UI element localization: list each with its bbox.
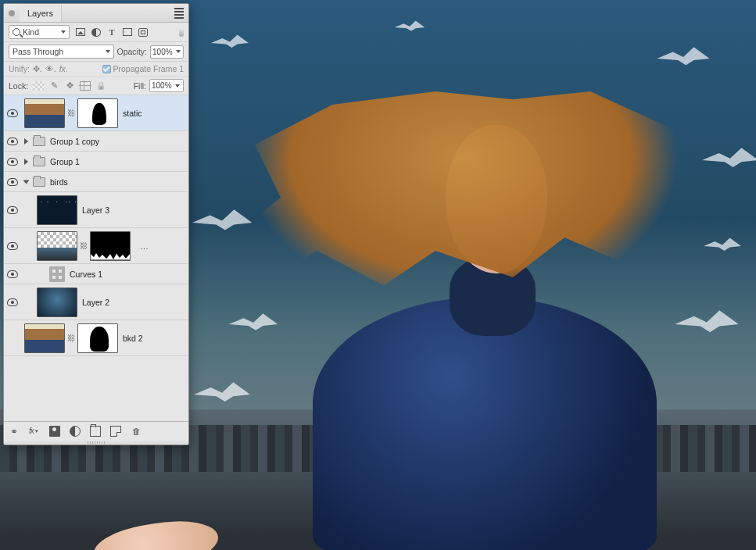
add-mask-icon[interactable] [49, 426, 60, 437]
unify-row: Unify: ✥. 👁. fx. Propagate Frame 1 [4, 62, 188, 77]
visibility-toggle[interactable] [4, 109, 21, 117]
eye-icon [7, 109, 18, 117]
panel-menu-icon[interactable] [174, 8, 184, 19]
unify-position-icon[interactable]: ✥. [33, 64, 42, 73]
filter-kind-select[interactable]: Kind [9, 25, 70, 39]
filter-adjustment-icon[interactable] [91, 28, 101, 37]
chevron-down-icon [176, 50, 181, 53]
filter-type-icon[interactable]: T [107, 28, 116, 37]
layer-thumbnail[interactable] [37, 231, 77, 261]
panel-resize-grip[interactable] [4, 440, 188, 445]
search-icon [13, 28, 20, 36]
layer-row[interactable]: ⛓… [4, 228, 188, 264]
filter-row: Kind T [4, 23, 188, 42]
mask-thumbnail[interactable] [90, 231, 131, 261]
unify-style-icon[interactable]: fx. [59, 64, 68, 73]
layer-row[interactable]: ⛓bkd 2 [4, 320, 188, 356]
lock-position-icon[interactable] [64, 81, 75, 91]
layer-list[interactable]: ⛓staticGroup 1 copyGroup 1birdsLayer 3⛓…… [4, 95, 188, 421]
new-adjustment-icon[interactable] [70, 426, 81, 437]
layer-thumbnail[interactable] [37, 195, 77, 225]
mask-thumbnail[interactable] [77, 98, 118, 128]
layer-name[interactable]: static [123, 109, 142, 118]
blend-mode-select[interactable]: Pass Through [9, 45, 114, 59]
adjustment-thumbnail [49, 266, 65, 282]
mask-link-icon[interactable]: ⛓ [81, 240, 87, 252]
layer-name[interactable]: birds [50, 177, 68, 187]
filter-shape-icon[interactable] [123, 28, 132, 37]
lock-row: Lock: Fill: 100% [4, 77, 188, 95]
eye-icon [7, 138, 18, 145]
chevron-down-icon [61, 30, 66, 34]
panel-header: Layers [4, 4, 188, 23]
visibility-toggle[interactable] [4, 178, 21, 186]
layer-thumbnail[interactable] [24, 98, 65, 128]
link-layers-icon[interactable] [9, 426, 20, 437]
fill-input[interactable]: 100% [149, 79, 184, 92]
visibility-toggle[interactable] [4, 138, 21, 145]
visibility-toggle[interactable] [4, 270, 21, 278]
layer-row[interactable]: birds [4, 172, 188, 192]
eye-icon [7, 206, 18, 214]
propagate-checkbox[interactable] [102, 65, 111, 73]
delete-layer-icon[interactable] [131, 426, 142, 437]
layer-row[interactable]: Layer 2 [4, 284, 188, 320]
close-icon[interactable] [9, 10, 15, 16]
filter-toggle-icon[interactable] [179, 27, 184, 37]
opacity-input[interactable]: 100% [150, 45, 184, 59]
filter-smart-icon[interactable] [138, 28, 148, 37]
filter-pixel-icon[interactable] [76, 28, 85, 37]
layer-name[interactable]: Group 1 copy [50, 137, 99, 146]
disclosure-triangle-icon[interactable] [23, 180, 30, 184]
folder-icon [33, 137, 45, 146]
chevron-down-icon [175, 84, 180, 88]
layer-style-icon[interactable]: fx▾ [29, 426, 40, 437]
layer-thumbnail[interactable] [24, 323, 65, 353]
eye-icon [7, 270, 18, 278]
mask-link-icon[interactable]: ⛓ [68, 332, 74, 345]
lock-pixels-icon[interactable] [48, 81, 59, 91]
folder-icon [33, 157, 45, 166]
unify-visibility-icon[interactable]: 👁. [45, 64, 56, 73]
mask-thumbnail[interactable] [77, 323, 118, 353]
layers-tab[interactable]: Layers [20, 5, 62, 22]
blend-row: Pass Through Opacity: 100% [4, 42, 188, 62]
folder-icon [33, 177, 45, 187]
lock-artboard-icon[interactable] [80, 81, 91, 91]
visibility-toggle[interactable] [4, 158, 21, 166]
fill-value: 100% [152, 81, 172, 90]
new-group-icon[interactable] [90, 426, 101, 437]
new-layer-icon[interactable] [110, 426, 121, 437]
layer-name[interactable]: Curves 1 [70, 270, 102, 279]
panel-footer: fx▾ [4, 421, 188, 440]
visibility-toggle[interactable] [4, 298, 21, 306]
visibility-toggle[interactable] [4, 242, 21, 250]
filter-kind-label: Kind [23, 27, 39, 37]
layer-name[interactable]: Layer 2 [82, 298, 109, 307]
layer-name[interactable]: Group 1 [50, 157, 80, 166]
disclosure-triangle-icon[interactable] [24, 138, 28, 145]
fill-label: Fill: [134, 81, 146, 91]
lock-all-icon[interactable] [95, 81, 106, 91]
eye-icon [7, 298, 18, 306]
layer-filters-indicator-icon[interactable]: … [140, 241, 149, 251]
chevron-down-icon [106, 50, 110, 53]
visibility-toggle[interactable] [4, 206, 21, 214]
propagate-label: Propagate Frame 1 [113, 64, 184, 73]
layers-panel: Layers Kind T Pass Through Opacity: 100% [3, 3, 189, 445]
lock-transparency-icon[interactable] [33, 81, 44, 91]
mask-link-icon[interactable]: ⛓ [68, 107, 74, 120]
layer-row[interactable]: Curves 1 [4, 264, 188, 284]
opacity-label: Opacity: [117, 47, 148, 56]
layer-row[interactable]: ⛓static [4, 95, 188, 131]
eye-icon [7, 242, 18, 250]
layer-row[interactable]: Group 1 [4, 152, 188, 172]
lock-label: Lock: [9, 81, 28, 91]
layer-row[interactable]: Group 1 copy [4, 131, 188, 152]
layer-name[interactable]: bkd 2 [123, 334, 143, 343]
layer-thumbnail[interactable] [37, 288, 77, 317]
disclosure-triangle-icon[interactable] [24, 159, 28, 165]
eye-icon [7, 178, 18, 186]
layer-row[interactable]: Layer 3 [4, 192, 188, 228]
eye-icon [7, 158, 18, 166]
